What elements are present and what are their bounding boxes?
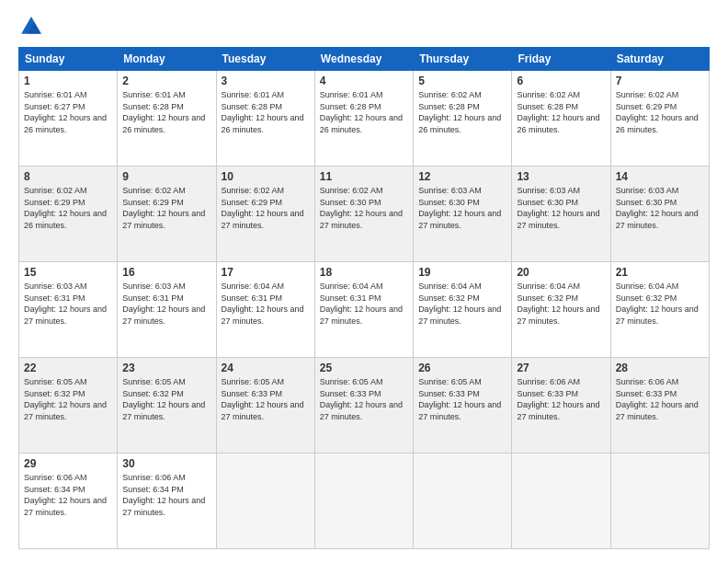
sunset-label: Sunset: 6:28 PM: [222, 102, 283, 111]
calendar-body: 1 Sunrise: 6:01 AM Sunset: 6:27 PM Dayli…: [19, 71, 710, 549]
weekday-header-wednesday: Wednesday: [314, 48, 413, 71]
daylight-label: Daylight: 12 hours and 27 minutes.: [24, 304, 107, 326]
sunrise-label: Sunrise: 6:03 AM: [24, 282, 87, 291]
sunrise-label: Sunrise: 6:05 AM: [320, 377, 383, 386]
calendar-cell: 18 Sunrise: 6:04 AM Sunset: 6:31 PM Dayl…: [314, 262, 413, 358]
daylight-label: Daylight: 12 hours and 26 minutes.: [517, 113, 599, 134]
calendar-cell: [314, 454, 413, 549]
sunset-label: Sunset: 6:33 PM: [222, 389, 283, 398]
day-number: 18: [320, 266, 408, 279]
sunrise-label: Sunrise: 6:02 AM: [222, 186, 285, 195]
sunrise-label: Sunrise: 6:05 AM: [222, 377, 285, 386]
calendar-cell: 8 Sunrise: 6:02 AM Sunset: 6:29 PM Dayli…: [19, 167, 118, 262]
daylight-label: Daylight: 12 hours and 27 minutes.: [517, 209, 599, 230]
sunset-label: Sunset: 6:31 PM: [222, 293, 283, 303]
sunset-label: Sunset: 6:31 PM: [122, 293, 184, 303]
weekday-header-monday: Monday: [118, 48, 216, 71]
day-info: Sunrise: 6:02 AM Sunset: 6:30 PM Dayligh…: [320, 185, 408, 231]
daylight-label: Daylight: 12 hours and 27 minutes.: [122, 304, 205, 326]
sunrise-label: Sunrise: 6:04 AM: [616, 282, 679, 291]
sunset-label: Sunset: 6:30 PM: [517, 198, 578, 207]
weekday-header-tuesday: Tuesday: [216, 48, 314, 71]
day-number: 11: [320, 170, 408, 183]
daylight-label: Daylight: 12 hours and 27 minutes.: [122, 209, 205, 230]
daylight-label: Daylight: 12 hours and 27 minutes.: [418, 209, 501, 230]
calendar-cell: 5 Sunrise: 6:02 AM Sunset: 6:28 PM Dayli…: [414, 71, 512, 167]
daylight-label: Daylight: 12 hours and 27 minutes.: [616, 400, 699, 421]
day-info: Sunrise: 6:01 AM Sunset: 6:28 PM Dayligh…: [320, 89, 408, 135]
day-number: 4: [320, 75, 408, 87]
daylight-label: Daylight: 12 hours and 27 minutes.: [24, 400, 107, 421]
calendar-cell: 14 Sunrise: 6:03 AM Sunset: 6:30 PM Dayl…: [610, 167, 709, 262]
sunrise-label: Sunrise: 6:03 AM: [616, 186, 679, 195]
header: [18, 14, 710, 40]
day-info: Sunrise: 6:02 AM Sunset: 6:29 PM Dayligh…: [222, 185, 310, 231]
day-number: 22: [24, 362, 112, 374]
day-info: Sunrise: 6:03 AM Sunset: 6:30 PM Dayligh…: [418, 185, 506, 231]
logo: [18, 14, 48, 40]
day-number: 9: [122, 170, 210, 183]
calendar-cell: 9 Sunrise: 6:02 AM Sunset: 6:29 PM Dayli…: [118, 167, 216, 262]
calendar-cell: 20 Sunrise: 6:04 AM Sunset: 6:32 PM Dayl…: [512, 262, 610, 358]
weekday-header-friday: Friday: [512, 48, 610, 71]
daylight-label: Daylight: 12 hours and 26 minutes.: [320, 113, 403, 134]
day-info: Sunrise: 6:06 AM Sunset: 6:34 PM Dayligh…: [122, 472, 210, 518]
calendar-cell: 3 Sunrise: 6:01 AM Sunset: 6:28 PM Dayli…: [216, 71, 314, 167]
day-info: Sunrise: 6:03 AM Sunset: 6:31 PM Dayligh…: [24, 281, 112, 327]
day-info: Sunrise: 6:06 AM Sunset: 6:33 PM Dayligh…: [517, 376, 605, 422]
daylight-label: Daylight: 12 hours and 27 minutes.: [222, 400, 304, 421]
day-number: 16: [122, 266, 210, 279]
day-number: 30: [122, 457, 210, 470]
sunrise-label: Sunrise: 6:06 AM: [616, 377, 679, 386]
calendar-cell: 7 Sunrise: 6:02 AM Sunset: 6:29 PM Dayli…: [610, 71, 709, 167]
sunrise-label: Sunrise: 6:06 AM: [517, 377, 580, 386]
sunset-label: Sunset: 6:33 PM: [320, 389, 381, 398]
sunrise-label: Sunrise: 6:05 AM: [418, 377, 482, 386]
calendar-row-5: 29 Sunrise: 6:06 AM Sunset: 6:34 PM Dayl…: [19, 454, 710, 549]
day-info: Sunrise: 6:06 AM Sunset: 6:33 PM Dayligh…: [616, 376, 704, 422]
weekday-header-saturday: Saturday: [610, 48, 709, 71]
daylight-label: Daylight: 12 hours and 26 minutes.: [122, 113, 205, 134]
weekday-header-thursday: Thursday: [414, 48, 512, 71]
calendar-cell: 19 Sunrise: 6:04 AM Sunset: 6:32 PM Dayl…: [414, 262, 512, 358]
sunset-label: Sunset: 6:29 PM: [122, 198, 184, 207]
day-info: Sunrise: 6:02 AM Sunset: 6:29 PM Dayligh…: [24, 185, 112, 231]
sunrise-label: Sunrise: 6:02 AM: [418, 90, 482, 99]
calendar-cell: [216, 454, 314, 549]
sunrise-label: Sunrise: 6:01 AM: [320, 90, 383, 99]
sunrise-label: Sunrise: 6:05 AM: [122, 377, 186, 386]
sunset-label: Sunset: 6:32 PM: [122, 389, 184, 398]
day-number: 7: [616, 75, 704, 87]
daylight-label: Daylight: 12 hours and 27 minutes.: [122, 400, 205, 421]
calendar-cell: 29 Sunrise: 6:06 AM Sunset: 6:34 PM Dayl…: [19, 454, 118, 549]
daylight-label: Daylight: 12 hours and 27 minutes.: [320, 209, 403, 230]
calendar-cell: 11 Sunrise: 6:02 AM Sunset: 6:30 PM Dayl…: [314, 167, 413, 262]
calendar-cell: 23 Sunrise: 6:05 AM Sunset: 6:32 PM Dayl…: [118, 358, 216, 454]
day-info: Sunrise: 6:05 AM Sunset: 6:33 PM Dayligh…: [222, 376, 310, 422]
day-number: 5: [418, 75, 506, 87]
sunrise-label: Sunrise: 6:01 AM: [122, 90, 186, 99]
calendar-cell: 16 Sunrise: 6:03 AM Sunset: 6:31 PM Dayl…: [118, 262, 216, 358]
day-number: 6: [517, 75, 605, 87]
daylight-label: Daylight: 12 hours and 26 minutes.: [616, 113, 699, 134]
sunset-label: Sunset: 6:29 PM: [616, 102, 677, 111]
day-info: Sunrise: 6:06 AM Sunset: 6:34 PM Dayligh…: [24, 472, 112, 518]
sunset-label: Sunset: 6:31 PM: [320, 293, 381, 303]
page: SundayMondayTuesdayWednesdayThursdayFrid…: [0, 0, 728, 563]
day-info: Sunrise: 6:02 AM Sunset: 6:29 PM Dayligh…: [122, 185, 210, 231]
sunrise-label: Sunrise: 6:02 AM: [616, 90, 679, 99]
sunset-label: Sunset: 6:28 PM: [122, 102, 184, 111]
daylight-label: Daylight: 12 hours and 27 minutes.: [616, 209, 699, 230]
daylight-label: Daylight: 12 hours and 27 minutes.: [616, 304, 699, 326]
calendar-cell: [610, 454, 709, 549]
day-info: Sunrise: 6:04 AM Sunset: 6:32 PM Dayligh…: [616, 281, 704, 327]
daylight-label: Daylight: 12 hours and 27 minutes.: [320, 304, 403, 326]
day-number: 8: [24, 170, 112, 183]
day-number: 14: [616, 170, 704, 183]
sunrise-label: Sunrise: 6:02 AM: [517, 90, 580, 99]
day-number: 1: [24, 75, 112, 87]
sunset-label: Sunset: 6:34 PM: [24, 485, 85, 494]
day-number: 15: [24, 266, 112, 279]
day-info: Sunrise: 6:05 AM Sunset: 6:32 PM Dayligh…: [24, 376, 112, 422]
sunrise-label: Sunrise: 6:03 AM: [517, 186, 580, 195]
